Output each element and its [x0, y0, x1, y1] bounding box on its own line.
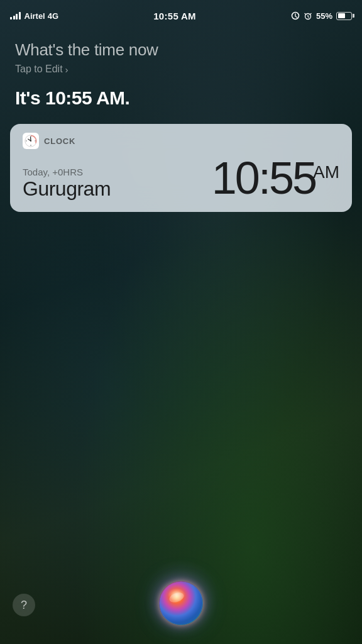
tap-to-edit-label: Tap to Edit [15, 64, 63, 75]
status-left: Airtel 4G [10, 11, 58, 21]
svg-point-10 [30, 140, 31, 142]
status-bar: Airtel 4G 10:55 AM 55% [0, 0, 362, 28]
siri-query-area: What's the time now Tap to Edit › [0, 28, 362, 80]
siri-shimmer [168, 588, 185, 601]
alarm-icon [304, 11, 312, 20]
help-icon: ? [21, 599, 27, 612]
query-text: What's the time now [15, 40, 347, 60]
bottom-controls: ? [0, 531, 362, 644]
signal-icon [10, 12, 21, 19]
card-title: CLOCK [44, 136, 75, 146]
siri-wave-icon [159, 581, 203, 625]
help-button[interactable]: ? [13, 594, 35, 616]
carrier-name: Airtel [25, 11, 45, 21]
siri-response-area: It's 10:55 AM. [0, 80, 362, 121]
card-time-display: 10:55AM [212, 155, 339, 201]
card-ampm: AM [313, 162, 339, 182]
card-header: CLOCK [23, 133, 339, 149]
status-time: 10:55 AM [153, 11, 196, 21]
siri-orb-visual [159, 581, 203, 625]
card-time: 10:55AM [212, 153, 339, 203]
tap-to-edit-button[interactable]: Tap to Edit › [15, 64, 347, 75]
card-city: Gurugram [23, 177, 111, 201]
status-right: 55% [291, 11, 352, 21]
clock-app-icon [23, 133, 39, 149]
network-type: 4G [48, 11, 58, 21]
response-text: It's 10:55 AM. [15, 87, 347, 109]
card-subtitle: Today, +0HRS [23, 167, 111, 177]
card-body: Today, +0HRS Gurugram 10:55AM [23, 155, 339, 201]
clock-icon [24, 134, 38, 148]
main-content: Airtel 4G 10:55 AM 55% [0, 0, 362, 644]
svg-point-11 [160, 582, 202, 625]
siri-orb[interactable] [159, 581, 203, 625]
chevron-right-icon: › [65, 64, 69, 75]
card-location: Today, +0HRS Gurugram [23, 167, 111, 201]
battery-percent: 55% [316, 11, 332, 21]
clock-card[interactable]: CLOCK Today, +0HRS Gurugram 10:55AM [10, 124, 352, 212]
rotation-lock-icon [291, 11, 300, 20]
battery-icon [336, 12, 352, 20]
